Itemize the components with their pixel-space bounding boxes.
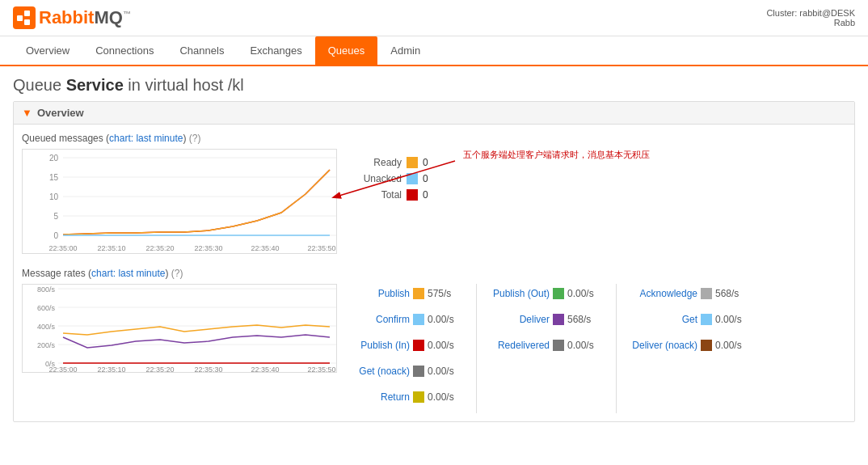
- svg-rect-1: [24, 11, 30, 16]
- svg-rect-0: [17, 15, 23, 21]
- rate-publish-out: Publish (Out) 0.00/s: [485, 284, 608, 303]
- svg-text:400/s: 400/s: [37, 323, 56, 331]
- divider-2: [616, 284, 617, 413]
- header: RabbitMQ™ Cluster: rabbit@DESK Rabb: [0, 0, 868, 36]
- divider-1: [476, 284, 477, 413]
- svg-text:15: 15: [49, 173, 59, 182]
- message-rates-title: Message rates (chart: last minute) (?): [22, 268, 846, 279]
- queued-chart-svg: 20 15 10 5 0 22:35:00 22:35:10 22:35:20 …: [22, 149, 337, 256]
- rates-col-2: Publish (Out) 0.00/s Deliver 568/s Redel…: [485, 284, 608, 413]
- rates-container: 800/s 600/s 400/s 200/s 0/s 22:35:00: [22, 284, 846, 413]
- svg-text:800/s: 800/s: [37, 285, 56, 294]
- rate-redelivered: Redelivered 0.00/s: [485, 336, 608, 355]
- nav-queues[interactable]: Queues: [315, 36, 378, 65]
- nav-channels[interactable]: Channels: [166, 36, 237, 65]
- svg-text:22:35:00: 22:35:00: [48, 244, 77, 252]
- svg-text:22:35:10: 22:35:10: [97, 244, 125, 252]
- svg-text:600/s: 600/s: [37, 304, 56, 312]
- queued-chart-link[interactable]: chart: last minute: [109, 133, 183, 144]
- rates-chart: 800/s 600/s 400/s 200/s 0/s 22:35:00: [22, 284, 337, 413]
- rate-publish: Publish 575/s: [345, 284, 468, 303]
- svg-text:22:35:50: 22:35:50: [307, 366, 335, 373]
- queued-messages-area: Queued messages (chart: last minute) (?): [22, 133, 846, 256]
- svg-text:22:35:30: 22:35:30: [194, 366, 222, 373]
- logo-text: RabbitMQ™: [39, 7, 131, 28]
- svg-text:10: 10: [49, 192, 59, 201]
- svg-rect-2: [24, 19, 30, 25]
- cluster-info: Cluster: rabbit@DESK Rabb: [766, 8, 855, 27]
- rate-return: Return 0.00/s: [345, 387, 468, 407]
- section-overview-label: Overview: [37, 107, 84, 119]
- svg-text:22:35:20: 22:35:20: [145, 366, 174, 373]
- nav-exchanges[interactable]: Exchanges: [237, 36, 314, 65]
- svg-text:22:35:20: 22:35:20: [145, 244, 174, 252]
- nav-connections[interactable]: Connections: [82, 36, 166, 65]
- cluster-label: Cluster:: [766, 8, 797, 18]
- rate-deliver-noack: Deliver (noack) 0.00/s: [625, 336, 756, 355]
- rates-table: Publish 575/s Confirm 0.00/s Publish (In…: [345, 284, 756, 413]
- svg-text:22:35:40: 22:35:40: [251, 244, 279, 252]
- svg-text:22:35:40: 22:35:40: [251, 366, 279, 373]
- page-title: Queue Service in virtual host /kl: [0, 66, 868, 101]
- rate-publish-in: Publish (In) 0.00/s: [345, 336, 468, 355]
- queued-chart-container: 20 15 10 5 0 22:35:00 22:35:10 22:35:20 …: [22, 149, 846, 256]
- rate-confirm: Confirm 0.00/s: [345, 310, 468, 329]
- rates-col-3: Acknowledge 568/s Get 0.00/s Deliver (no…: [625, 284, 756, 413]
- nav-overview[interactable]: Overview: [13, 36, 82, 65]
- svg-text:22:35:00: 22:35:00: [48, 366, 77, 373]
- nav-admin[interactable]: Admin: [377, 36, 433, 65]
- svg-text:20: 20: [49, 154, 59, 163]
- overview-section: ▼ Overview Queued messages (chart: last …: [13, 101, 855, 422]
- rates-col-1: Publish 575/s Confirm 0.00/s Publish (In…: [345, 284, 468, 413]
- red-arrow: [318, 157, 479, 205]
- message-rates-section: Message rates (chart: last minute) (?) 8…: [22, 268, 846, 413]
- svg-text:22:35:50: 22:35:50: [307, 244, 335, 252]
- annotation-text: 五个服务端处理客户端请求时，消息基本无积压: [463, 149, 650, 161]
- svg-text:200/s: 200/s: [37, 341, 56, 349]
- user-label: Rabb: [766, 18, 855, 27]
- section-overview-body: Queued messages (chart: last minute) (?): [14, 125, 854, 421]
- rates-chart-link[interactable]: chart: last minute: [91, 268, 165, 279]
- rate-get: Get 0.00/s: [625, 310, 756, 329]
- section-header-overview[interactable]: ▼ Overview: [14, 102, 854, 125]
- logo: RabbitMQ™: [13, 6, 131, 29]
- logo-icon: [13, 6, 36, 29]
- nav: Overview Connections Channels Exchanges …: [0, 36, 868, 66]
- svg-text:5: 5: [53, 212, 58, 221]
- rate-acknowledge: Acknowledge 568/s: [625, 284, 756, 303]
- svg-text:22:35:30: 22:35:30: [194, 244, 222, 252]
- rate-deliver: Deliver 568/s: [485, 310, 608, 329]
- cluster-value: rabbit@DESK: [799, 8, 855, 18]
- queued-messages-title: Queued messages (chart: last minute) (?): [22, 133, 846, 144]
- svg-text:22:35:10: 22:35:10: [97, 366, 125, 373]
- svg-text:0: 0: [53, 231, 58, 240]
- svg-line-19: [334, 161, 455, 197]
- rate-get-noack: Get (noack) 0.00/s: [345, 361, 468, 381]
